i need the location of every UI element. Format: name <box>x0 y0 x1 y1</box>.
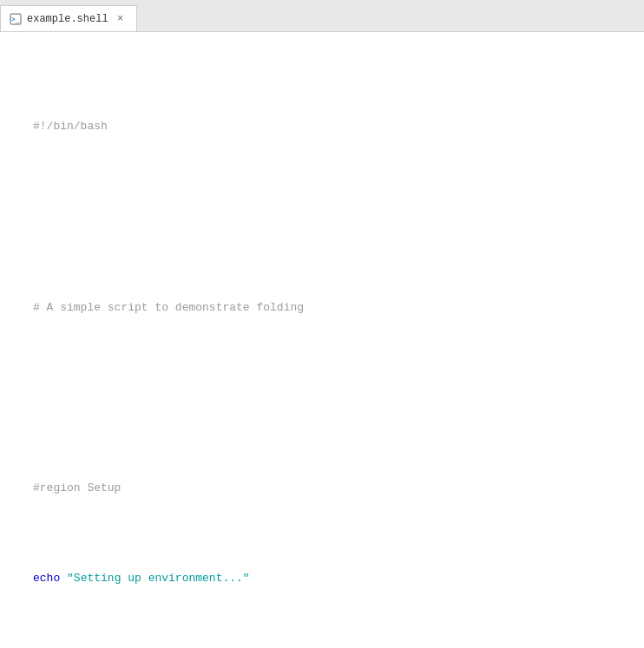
line-5: #region Setup <box>17 480 627 498</box>
line-6: echo "Setting up environment..." <box>17 570 627 588</box>
svg-text:>_: >_ <box>11 16 20 23</box>
line-5-text: #region Setup <box>33 480 121 498</box>
line-1: #!/bin/bash <box>17 118 627 136</box>
editor-window: >_ example.shell × #!/bin/bash # A simpl… <box>0 0 644 648</box>
line-3: # A simple script to demonstrate folding <box>17 299 627 317</box>
shell-icon: >_ <box>10 13 22 25</box>
line-4 <box>17 389 627 408</box>
line-3-text: # A simple script to demonstrate folding <box>33 299 304 317</box>
tab-example-shell[interactable]: >_ example.shell × <box>0 5 137 31</box>
tab-bar: >_ example.shell × <box>0 0 644 32</box>
line-2 <box>17 208 627 226</box>
tab-close-button[interactable]: × <box>114 12 128 26</box>
line-1-text: #!/bin/bash <box>33 118 108 136</box>
editor-area[interactable]: #!/bin/bash # A simple script to demonst… <box>0 32 644 648</box>
tab-label: example.shell <box>27 13 108 25</box>
code-editor: #!/bin/bash # A simple script to demonst… <box>17 46 627 648</box>
